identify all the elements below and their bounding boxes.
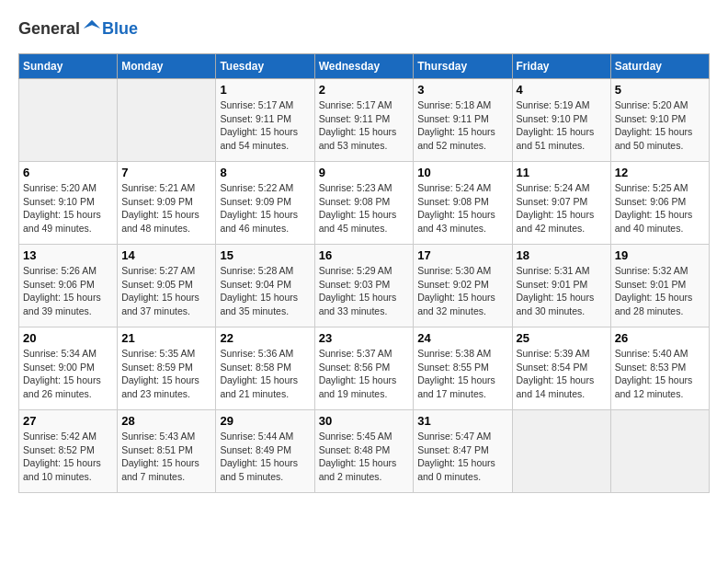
- day-number: 21: [121, 331, 211, 345]
- day-info: Sunrise: 5:44 AMSunset: 8:49 PMDaylight:…: [220, 430, 310, 484]
- day-cell: [19, 79, 118, 162]
- page-header: General Blue: [18, 18, 710, 39]
- day-number: 30: [319, 414, 410, 428]
- day-cell: 14Sunrise: 5:27 AMSunset: 9:05 PMDayligh…: [118, 245, 216, 327]
- day-cell: 20Sunrise: 5:34 AMSunset: 9:00 PMDayligh…: [19, 327, 118, 410]
- logo-general-text: General: [18, 19, 80, 39]
- day-info: Sunrise: 5:17 AMSunset: 9:11 PMDaylight:…: [220, 98, 310, 153]
- weekday-header-saturday: Saturday: [610, 54, 709, 79]
- logo-blue-text: Blue: [102, 19, 138, 39]
- day-cell: 17Sunrise: 5:30 AMSunset: 9:02 PMDayligh…: [414, 245, 512, 327]
- day-number: 19: [615, 248, 705, 262]
- day-info: Sunrise: 5:20 AMSunset: 9:10 PMDaylight:…: [23, 181, 113, 236]
- day-cell: 3Sunrise: 5:18 AMSunset: 9:11 PMDaylight…: [414, 79, 512, 162]
- weekday-header-row: SundayMondayTuesdayWednesdayThursdayFrid…: [19, 54, 710, 79]
- day-info: Sunrise: 5:40 AMSunset: 8:53 PMDaylight:…: [615, 347, 705, 401]
- logo: General Blue: [18, 18, 138, 39]
- day-info: Sunrise: 5:23 AMSunset: 9:08 PMDaylight:…: [319, 181, 410, 236]
- week-row-2: 6Sunrise: 5:20 AMSunset: 9:10 PMDaylight…: [19, 162, 710, 245]
- day-number: 11: [517, 166, 607, 179]
- day-info: Sunrise: 5:26 AMSunset: 9:06 PMDaylight:…: [23, 264, 113, 318]
- day-number: 29: [220, 414, 310, 428]
- day-number: 17: [417, 248, 507, 262]
- day-info: Sunrise: 5:47 AMSunset: 8:47 PMDaylight:…: [417, 430, 507, 484]
- day-cell: 1Sunrise: 5:17 AMSunset: 9:11 PMDaylight…: [216, 79, 314, 162]
- weekday-header-thursday: Thursday: [414, 54, 512, 79]
- day-cell: 10Sunrise: 5:24 AMSunset: 9:08 PMDayligh…: [414, 162, 512, 245]
- day-cell: [610, 410, 709, 493]
- day-number: 25: [517, 331, 607, 345]
- day-number: 26: [615, 331, 705, 345]
- weekday-header-wednesday: Wednesday: [314, 54, 414, 79]
- day-number: 24: [417, 331, 507, 345]
- day-info: Sunrise: 5:39 AMSunset: 8:54 PMDaylight:…: [517, 347, 607, 401]
- week-row-5: 27Sunrise: 5:42 AMSunset: 8:52 PMDayligh…: [19, 410, 710, 493]
- day-cell: 2Sunrise: 5:17 AMSunset: 9:11 PMDaylight…: [314, 79, 414, 162]
- day-number: 3: [417, 83, 507, 97]
- day-info: Sunrise: 5:43 AMSunset: 8:51 PMDaylight:…: [121, 430, 211, 484]
- day-info: Sunrise: 5:25 AMSunset: 9:06 PMDaylight:…: [615, 181, 705, 236]
- day-cell: 23Sunrise: 5:37 AMSunset: 8:56 PMDayligh…: [314, 327, 414, 410]
- day-info: Sunrise: 5:27 AMSunset: 9:05 PMDaylight:…: [121, 264, 211, 318]
- day-info: Sunrise: 5:32 AMSunset: 9:01 PMDaylight:…: [615, 264, 705, 318]
- day-info: Sunrise: 5:24 AMSunset: 9:07 PMDaylight:…: [517, 181, 607, 236]
- day-info: Sunrise: 5:34 AMSunset: 9:00 PMDaylight:…: [23, 347, 113, 401]
- day-cell: 16Sunrise: 5:29 AMSunset: 9:03 PMDayligh…: [314, 245, 414, 327]
- day-info: Sunrise: 5:31 AMSunset: 9:01 PMDaylight:…: [517, 264, 607, 318]
- day-cell: 25Sunrise: 5:39 AMSunset: 8:54 PMDayligh…: [512, 327, 610, 410]
- day-info: Sunrise: 5:19 AMSunset: 9:10 PMDaylight:…: [517, 98, 607, 153]
- day-number: 8: [220, 166, 310, 179]
- svg-marker-0: [84, 20, 100, 29]
- day-number: 22: [220, 331, 310, 345]
- day-number: 31: [417, 414, 507, 428]
- day-info: Sunrise: 5:38 AMSunset: 8:55 PMDaylight:…: [417, 347, 507, 401]
- weekday-header-monday: Monday: [118, 54, 216, 79]
- day-number: 23: [319, 331, 410, 345]
- day-cell: 5Sunrise: 5:20 AMSunset: 9:10 PMDaylight…: [610, 79, 709, 162]
- week-row-4: 20Sunrise: 5:34 AMSunset: 9:00 PMDayligh…: [19, 327, 710, 410]
- weekday-header-tuesday: Tuesday: [216, 54, 314, 79]
- day-cell: 30Sunrise: 5:45 AMSunset: 8:48 PMDayligh…: [314, 410, 414, 493]
- day-number: 2: [319, 83, 410, 97]
- day-number: 5: [615, 83, 705, 97]
- day-number: 10: [417, 166, 507, 179]
- day-cell: [118, 79, 216, 162]
- day-info: Sunrise: 5:24 AMSunset: 9:08 PMDaylight:…: [417, 181, 507, 236]
- day-number: 15: [220, 248, 310, 262]
- logo-icon: [82, 18, 102, 39]
- day-info: Sunrise: 5:17 AMSunset: 9:11 PMDaylight:…: [319, 98, 410, 153]
- day-cell: 22Sunrise: 5:36 AMSunset: 8:58 PMDayligh…: [216, 327, 314, 410]
- day-number: 4: [517, 83, 607, 97]
- day-cell: 18Sunrise: 5:31 AMSunset: 9:01 PMDayligh…: [512, 245, 610, 327]
- day-cell: 24Sunrise: 5:38 AMSunset: 8:55 PMDayligh…: [414, 327, 512, 410]
- day-number: 28: [121, 414, 211, 428]
- day-number: 27: [23, 414, 113, 428]
- day-number: 16: [319, 248, 410, 262]
- day-info: Sunrise: 5:29 AMSunset: 9:03 PMDaylight:…: [319, 264, 410, 318]
- day-info: Sunrise: 5:20 AMSunset: 9:10 PMDaylight:…: [615, 98, 705, 153]
- day-cell: 26Sunrise: 5:40 AMSunset: 8:53 PMDayligh…: [610, 327, 709, 410]
- day-number: 1: [220, 83, 310, 97]
- day-cell: 15Sunrise: 5:28 AMSunset: 9:04 PMDayligh…: [216, 245, 314, 327]
- day-number: 13: [23, 248, 113, 262]
- weekday-header-sunday: Sunday: [19, 54, 118, 79]
- day-info: Sunrise: 5:22 AMSunset: 9:09 PMDaylight:…: [220, 181, 310, 236]
- day-cell: [512, 410, 610, 493]
- day-cell: 31Sunrise: 5:47 AMSunset: 8:47 PMDayligh…: [414, 410, 512, 493]
- day-cell: 19Sunrise: 5:32 AMSunset: 9:01 PMDayligh…: [610, 245, 709, 327]
- day-info: Sunrise: 5:45 AMSunset: 8:48 PMDaylight:…: [319, 430, 410, 484]
- day-number: 14: [121, 248, 211, 262]
- week-row-3: 13Sunrise: 5:26 AMSunset: 9:06 PMDayligh…: [19, 245, 710, 327]
- day-info: Sunrise: 5:42 AMSunset: 8:52 PMDaylight:…: [23, 430, 113, 484]
- day-cell: 4Sunrise: 5:19 AMSunset: 9:10 PMDaylight…: [512, 79, 610, 162]
- weekday-header-friday: Friday: [512, 54, 610, 79]
- day-info: Sunrise: 5:18 AMSunset: 9:11 PMDaylight:…: [417, 98, 507, 153]
- day-info: Sunrise: 5:30 AMSunset: 9:02 PMDaylight:…: [417, 264, 507, 318]
- day-cell: 27Sunrise: 5:42 AMSunset: 8:52 PMDayligh…: [19, 410, 118, 493]
- day-number: 18: [517, 248, 607, 262]
- day-info: Sunrise: 5:21 AMSunset: 9:09 PMDaylight:…: [121, 181, 211, 236]
- day-info: Sunrise: 5:36 AMSunset: 8:58 PMDaylight:…: [220, 347, 310, 401]
- day-cell: 9Sunrise: 5:23 AMSunset: 9:08 PMDaylight…: [314, 162, 414, 245]
- day-cell: 29Sunrise: 5:44 AMSunset: 8:49 PMDayligh…: [216, 410, 314, 493]
- calendar-table: SundayMondayTuesdayWednesdayThursdayFrid…: [18, 53, 710, 493]
